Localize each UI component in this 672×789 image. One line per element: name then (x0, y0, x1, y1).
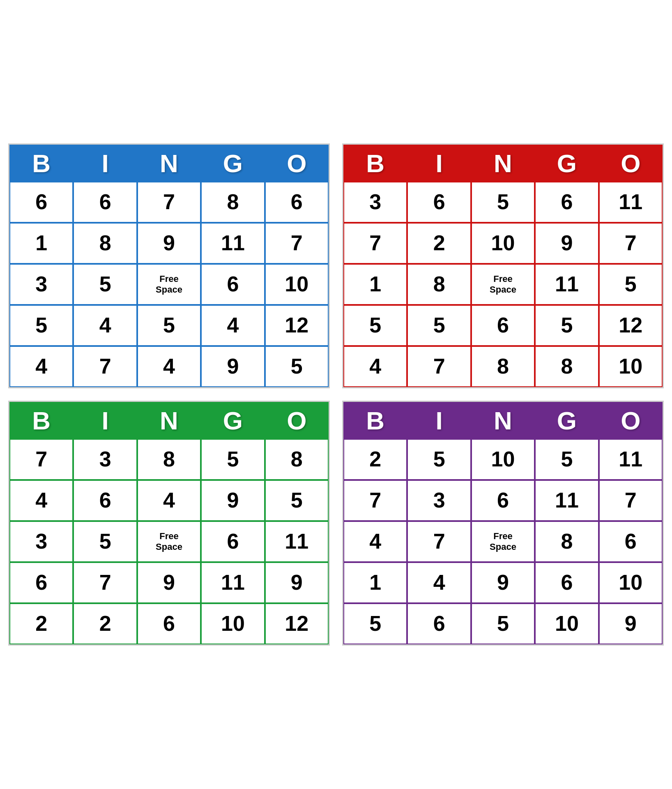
number-cell: 11 (201, 223, 265, 264)
number-cell: 3 (9, 521, 73, 562)
bingo-body-blue: 6678618911735Free Space61054541247495 (9, 182, 329, 387)
number-cell: 6 (9, 182, 73, 223)
header-letter: I (407, 402, 471, 439)
header-letter: N (137, 145, 201, 182)
header-letter: I (407, 145, 471, 182)
number-cell: 5 (201, 439, 265, 480)
header-letter: O (599, 145, 663, 182)
header-letter: I (73, 145, 137, 182)
number-cell: 11 (599, 439, 663, 480)
number-cell: 5 (137, 305, 201, 346)
number-cell: 7 (343, 223, 407, 264)
bingo-card-green: BINGO738584649535Free Space6116791192261… (8, 401, 330, 646)
number-cell: 5 (9, 305, 73, 346)
number-cell: 8 (201, 182, 265, 223)
number-cell: 4 (73, 305, 137, 346)
number-cell: 9 (137, 223, 201, 264)
number-cell: 4 (407, 562, 471, 603)
number-cell: 7 (137, 182, 201, 223)
number-cell: 4 (343, 521, 407, 562)
number-cell: 1 (9, 223, 73, 264)
free-space-cell: Free Space (137, 264, 201, 305)
number-cell: 3 (9, 264, 73, 305)
bingo-cards-grid: BINGO6678618911735Free Space610545412474… (8, 143, 664, 646)
number-cell: 11 (599, 182, 663, 223)
number-cell: 5 (535, 305, 598, 346)
number-cell: 5 (471, 603, 535, 644)
number-cell: 3 (343, 182, 407, 223)
number-cell: 9 (535, 223, 598, 264)
number-cell: 5 (535, 439, 598, 480)
bingo-body-red: 36561172109718Free Space115556512478810 (343, 182, 663, 387)
header-letter: I (73, 402, 137, 439)
number-cell: 10 (471, 223, 535, 264)
number-cell: 6 (73, 182, 137, 223)
bingo-card-purple: BINGO251051173611747Free Space8614961056… (342, 401, 664, 646)
number-cell: 6 (137, 603, 201, 644)
number-cell: 11 (535, 264, 598, 305)
number-cell: 10 (265, 264, 329, 305)
bingo-header-green: BINGO (9, 402, 329, 439)
bingo-header-blue: BINGO (9, 145, 329, 182)
number-cell: 10 (599, 346, 663, 387)
number-cell: 2 (9, 603, 73, 644)
number-cell: 8 (137, 439, 201, 480)
number-cell: 8 (73, 223, 137, 264)
number-cell: 5 (599, 264, 663, 305)
number-cell: 6 (407, 603, 471, 644)
number-cell: 4 (201, 305, 265, 346)
number-cell: 7 (599, 223, 663, 264)
number-cell: 6 (471, 305, 535, 346)
number-cell: 6 (407, 182, 471, 223)
number-cell: 1 (343, 264, 407, 305)
number-cell: 5 (407, 439, 471, 480)
number-cell: 2 (73, 603, 137, 644)
number-cell: 4 (9, 346, 73, 387)
header-letter: G (535, 145, 598, 182)
free-space-cell: Free Space (137, 521, 201, 562)
number-cell: 9 (265, 562, 329, 603)
number-cell: 12 (599, 305, 663, 346)
header-letter: B (343, 145, 407, 182)
number-cell: 8 (265, 439, 329, 480)
number-cell: 10 (471, 439, 535, 480)
bingo-body-purple: 251051173611747Free Space86149610565109 (343, 439, 663, 644)
number-cell: 5 (471, 182, 535, 223)
number-cell: 7 (343, 480, 407, 521)
number-cell: 6 (535, 182, 598, 223)
number-cell: 9 (201, 346, 265, 387)
number-cell: 11 (535, 480, 598, 521)
number-cell: 5 (343, 305, 407, 346)
header-letter: G (201, 402, 265, 439)
number-cell: 6 (535, 562, 598, 603)
header-letter: N (471, 402, 535, 439)
number-cell: 3 (407, 480, 471, 521)
header-letter: O (599, 402, 663, 439)
bingo-card-blue: BINGO6678618911735Free Space610545412474… (8, 143, 330, 388)
header-letter: O (265, 402, 329, 439)
number-cell: 6 (471, 480, 535, 521)
header-letter: G (201, 145, 265, 182)
number-cell: 8 (407, 264, 471, 305)
number-cell: 5 (407, 305, 471, 346)
number-cell: 9 (599, 603, 663, 644)
bingo-header-red: BINGO (343, 145, 663, 182)
number-cell: 6 (73, 480, 137, 521)
header-letter: O (265, 145, 329, 182)
number-cell: 3 (73, 439, 137, 480)
number-cell: 5 (265, 346, 329, 387)
header-letter: B (343, 402, 407, 439)
number-cell: 10 (599, 562, 663, 603)
number-cell: 6 (9, 562, 73, 603)
number-cell: 5 (73, 264, 137, 305)
number-cell: 8 (535, 346, 598, 387)
header-letter: N (137, 402, 201, 439)
number-cell: 7 (73, 562, 137, 603)
number-cell: 10 (535, 603, 598, 644)
number-cell: 12 (265, 603, 329, 644)
number-cell: 6 (201, 264, 265, 305)
number-cell: 7 (599, 480, 663, 521)
free-space-cell: Free Space (471, 521, 535, 562)
bingo-header-purple: BINGO (343, 402, 663, 439)
bingo-body-green: 738584649535Free Space6116791192261012 (9, 439, 329, 644)
